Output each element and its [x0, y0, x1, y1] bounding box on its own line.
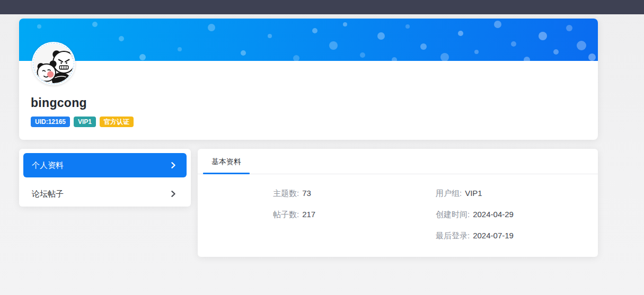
stat-label: 创建时间:	[436, 210, 470, 219]
stat-value: 217	[302, 210, 315, 219]
stat-value: 2024-07-19	[473, 231, 514, 240]
profile-detail-panel: 基本资料 主题数:73 帖子数:217 用户组:VIP1 创建时间:2024-0…	[198, 149, 598, 257]
stat-label: 帖子数:	[273, 210, 299, 219]
stat-value: VIP1	[465, 189, 482, 198]
tab-basic-info[interactable]: 基本资料	[211, 157, 241, 167]
banner-bubbles-decoration	[19, 19, 22, 22]
stat-label: 最后登录:	[436, 231, 470, 240]
tab-bar: 基本资料	[198, 149, 598, 174]
stat-label: 用户组:	[436, 189, 462, 198]
official-verified-badge: 官方认证	[100, 117, 134, 127]
sidebar-item-personal-profile[interactable]: 个人资料	[23, 153, 187, 177]
stat-post-count: 帖子数:217	[273, 209, 315, 220]
chevron-right-icon	[170, 162, 177, 169]
username: bingcong	[31, 96, 87, 110]
panda-meme-image	[34, 44, 75, 85]
profile-banner	[19, 19, 598, 61]
profile-header-card: bingcong UID:12165 VIP1 官方认证	[19, 19, 598, 140]
stat-topic-count: 主题数:73	[273, 188, 311, 199]
stat-label: 主题数:	[273, 189, 299, 198]
stat-last-login: 最后登录:2024-07-19	[436, 230, 514, 241]
avatar	[32, 42, 75, 85]
stat-value: 2024-04-29	[473, 210, 514, 219]
sidebar-item-label: 论坛帖子	[32, 189, 64, 199]
vip-badge: VIP1	[74, 117, 96, 127]
chevron-right-icon	[170, 190, 177, 198]
sidebar-item-label: 个人资料	[32, 160, 64, 171]
stat-user-group: 用户组:VIP1	[436, 188, 482, 199]
uid-badge: UID:12165	[31, 117, 70, 127]
top-navigation-bar	[0, 0, 644, 14]
stat-created-date: 创建时间:2024-04-29	[436, 209, 514, 220]
badge-row: UID:12165 VIP1 官方认证	[31, 117, 134, 127]
stat-value: 73	[302, 189, 311, 198]
sidebar-item-forum-posts[interactable]: 论坛帖子	[23, 182, 187, 206]
profile-sidebar: 个人资料 论坛帖子	[19, 149, 191, 207]
active-tab-indicator	[203, 173, 250, 174]
